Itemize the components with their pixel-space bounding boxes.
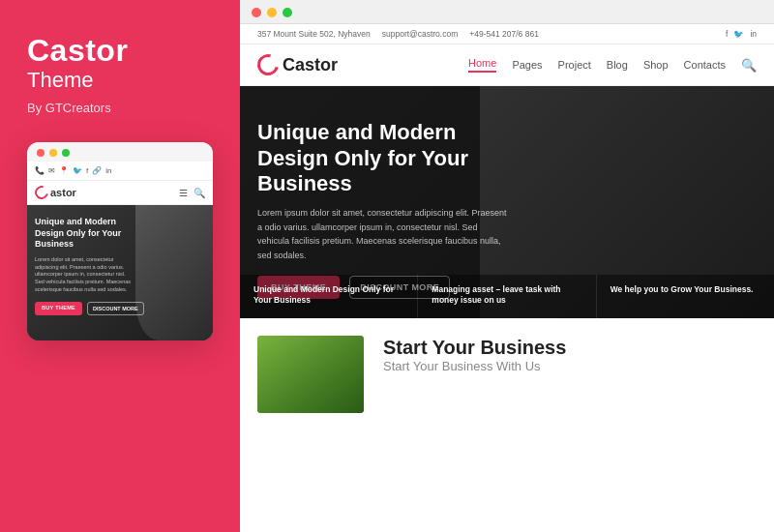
mobile-button-row: BUY THEME DISCOUNT MORE [35, 302, 205, 315]
hamburger-icon: ☰ [179, 188, 188, 198]
content-text-section: Start Your Business Start Your Business … [383, 336, 757, 373]
mobile-browser-chrome [27, 142, 213, 162]
twitter-icon: 🐦 [73, 166, 82, 175]
content-subheading: Start Your Business With Us [383, 359, 757, 373]
mobile-dot-green [62, 149, 70, 157]
mobile-hero-title: Unique and Modern Design Only for Your B… [35, 217, 132, 251]
site-hero: Unique and Modern Design Only for Your B… [240, 86, 774, 318]
nav-link-project[interactable]: Project [558, 59, 591, 71]
mobile-discount-button[interactable]: DISCOUNT MORE [87, 302, 144, 315]
mobile-toolbar: 📞 ✉ 📍 🐦 f 🔗 in [27, 162, 213, 181]
site-logo-text: Castor [283, 55, 338, 75]
map-icon: 📍 [59, 166, 69, 175]
site-content: Start Your Business Start Your Business … [240, 318, 774, 430]
browser-dot-yellow [267, 8, 277, 17]
content-image-inner [257, 336, 364, 413]
mobile-nav: astor ☰ 🔍 [27, 181, 213, 205]
mobile-hero: Unique and Modern Design Only for Your B… [27, 205, 213, 340]
topbar-email: support@castro.com [382, 29, 459, 39]
topbar-right: f 🐦 in [726, 29, 757, 39]
nav-link-home[interactable]: Home [468, 57, 496, 73]
site-topbar: 357 Mount Suite 502, Nyhaven support@cas… [240, 24, 774, 44]
mobile-logo-text: astor [50, 187, 76, 198]
facebook-icon: f [86, 166, 88, 175]
hero-feature-2-title: Managing asset – leave task with money i… [432, 284, 581, 306]
browser-dot-red [252, 8, 261, 17]
nav-link-pages[interactable]: Pages [512, 59, 542, 71]
topbar-twitter-icon: 🐦 [733, 29, 744, 39]
preview-container[interactable]: 357 Mount Suite 502, Nyhaven support@cas… [240, 24, 774, 532]
topbar-linkedin-icon: in [750, 29, 757, 39]
site-logo-c-icon [253, 50, 283, 79]
hero-features-bar: Unique and Modern Design Only for Your B… [240, 275, 774, 318]
content-image [257, 336, 364, 413]
mobile-nav-icons: ☰ 🔍 [179, 188, 205, 198]
nav-link-shop[interactable]: Shop [643, 59, 669, 71]
mobile-dot-yellow [49, 149, 57, 157]
mobile-toolbar-icons: 📞 ✉ 📍 🐦 f 🔗 in [35, 166, 111, 175]
browser-dot-green [283, 8, 292, 17]
topbar-address: 357 Mount Suite 502, Nyhaven [257, 29, 371, 39]
site-nav-links: Home Pages Project Blog Shop Contacts 🔍 [468, 57, 757, 73]
linkedin-icon: in [105, 166, 111, 175]
browser-chrome [240, 0, 774, 24]
mobile-buy-theme-button[interactable]: BUY THEME [35, 302, 82, 315]
brand-subtitle: Theme [27, 68, 93, 93]
mobile-logo-c-icon [32, 183, 50, 201]
hero-title: Unique and Modern Design Only for Your B… [257, 120, 509, 196]
hero-feature-1-title: Unique and Modern Design Only for Your B… [253, 284, 403, 306]
right-panel: 357 Mount Suite 502, Nyhaven support@cas… [240, 0, 774, 532]
brand-by: By GTCreators [27, 101, 111, 115]
topbar-left: 357 Mount Suite 502, Nyhaven support@cas… [257, 29, 539, 39]
left-panel: Castor Theme By GTCreators 📞 ✉ 📍 🐦 f 🔗 i… [0, 0, 240, 532]
nav-link-blog[interactable]: Blog [607, 59, 628, 71]
mobile-mockup: 📞 ✉ 📍 🐦 f 🔗 in astor ☰ 🔍 [27, 142, 213, 340]
content-image-overlay [257, 336, 364, 413]
hero-feature-3-title: We help you to Grow Your Business. [610, 284, 760, 295]
brand-title: Castor [27, 35, 128, 66]
mobile-dot-red [37, 149, 45, 157]
topbar-phone: +49-541 207/6 861 [469, 29, 539, 39]
mobile-hero-description: Lorem dolor sit amet, consectetur adipis… [35, 256, 132, 293]
topbar-facebook-icon: f [726, 29, 728, 39]
site-logo: Castor [257, 54, 338, 75]
content-heading: Start Your Business [383, 336, 757, 359]
mail-icon: ✉ [48, 166, 55, 175]
nav-link-contacts[interactable]: Contacts [684, 59, 726, 71]
hero-feature-3: We help you to Grow Your Business. [597, 275, 774, 318]
site-nav: Castor Home Pages Project Blog Shop Cont… [240, 44, 774, 86]
link-icon: 🔗 [92, 166, 102, 175]
mobile-logo: astor [35, 186, 76, 199]
hero-feature-2: Managing asset – leave task with money i… [418, 275, 596, 318]
mobile-hero-content: Unique and Modern Design Only for Your B… [35, 217, 205, 315]
mobile-search-icon: 🔍 [194, 188, 205, 198]
hero-feature-1: Unique and Modern Design Only for Your B… [240, 275, 418, 318]
site-search-icon[interactable]: 🔍 [741, 58, 757, 73]
phone-icon: 📞 [35, 166, 45, 175]
hero-description: Lorem ipsum dolor sit amet, consectetur … [257, 206, 509, 262]
